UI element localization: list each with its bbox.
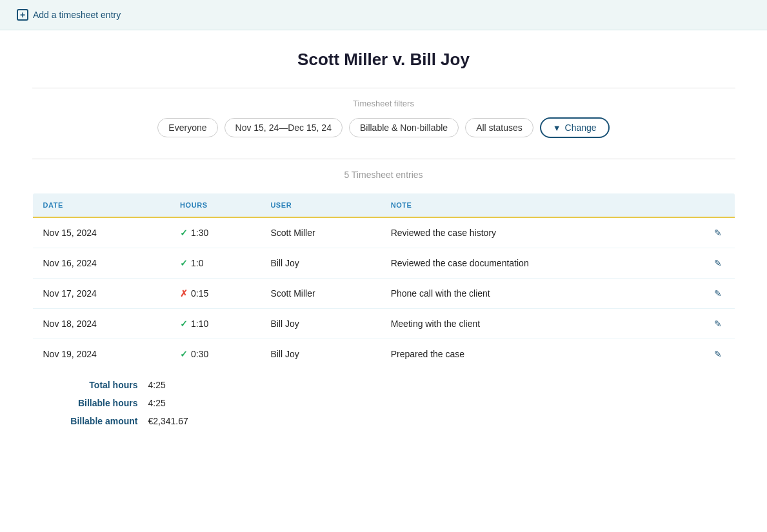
cell-hours: ✓1:10 — [170, 309, 260, 339]
hours-value: 1:30 — [191, 228, 208, 238]
billable-hours-row: Billable hours 4:25 — [32, 394, 735, 412]
billable-check-icon: ✓ — [180, 349, 188, 359]
cell-user: Bill Joy — [260, 339, 380, 369]
change-button-label: Change — [565, 123, 597, 133]
cell-user: Scott Miller — [260, 279, 380, 309]
col-user: USER — [260, 193, 380, 218]
filter-everyone[interactable]: Everyone — [157, 118, 217, 137]
table-row: Nov 15, 2024✓1:30Scott MillerReviewed th… — [32, 217, 735, 248]
billable-check-icon: ✓ — [180, 258, 188, 268]
entries-count-label: 5 Timesheet entries — [32, 170, 735, 180]
cell-date: Nov 18, 2024 — [32, 309, 170, 339]
cell-edit: ✎ — [672, 217, 735, 248]
plus-icon: + — [17, 9, 28, 21]
total-hours-row: Total hours 4:25 — [32, 376, 735, 394]
cell-edit: ✎ — [672, 279, 735, 309]
summary-section: Total hours 4:25 Billable hours 4:25 Bil… — [32, 369, 735, 430]
billable-hours-value: 4:25 — [148, 398, 166, 408]
billable-check-icon: ✓ — [180, 319, 188, 329]
cell-hours: ✗0:15 — [170, 279, 260, 309]
non-billable-cross-icon: ✗ — [180, 288, 188, 299]
cell-edit: ✎ — [672, 339, 735, 369]
table-row: Nov 19, 2024✓0:30Bill JoyPrepared the ca… — [32, 339, 735, 369]
col-date: DATE — [32, 193, 170, 218]
hours-value: 0:30 — [191, 349, 208, 359]
timesheet-table: DATE HOURS USER NOTE Nov 15, 2024✓1:30Sc… — [32, 193, 735, 369]
cell-note: Reviewed the case history — [381, 217, 673, 248]
cell-user: Bill Joy — [260, 309, 380, 339]
edit-entry-button[interactable]: ✎ — [712, 287, 724, 300]
cell-hours: ✓0:30 — [170, 339, 260, 369]
total-hours-label: Total hours — [32, 380, 148, 390]
cell-note: Prepared the case — [381, 339, 673, 369]
hours-value: 0:15 — [191, 288, 208, 299]
cell-date: Nov 19, 2024 — [32, 339, 170, 369]
billable-hours-label: Billable hours — [32, 398, 148, 408]
add-entry-button[interactable]: + Add a timesheet entry — [13, 6, 125, 23]
billable-amount-value: €2,341.67 — [148, 416, 188, 426]
table-row: Nov 17, 2024✗0:15Scott MillerPhone call … — [32, 279, 735, 309]
filters-section: Timesheet filters Everyone Nov 15, 24—De… — [32, 88, 735, 138]
table-header: DATE HOURS USER NOTE — [32, 193, 735, 218]
table-header-row: DATE HOURS USER NOTE — [32, 193, 735, 218]
top-bar: + Add a timesheet entry — [0, 0, 767, 30]
cell-note: Meeting with the client — [381, 309, 673, 339]
hours-value: 1:0 — [191, 258, 203, 268]
edit-entry-button[interactable]: ✎ — [712, 317, 724, 330]
edit-entry-button[interactable]: ✎ — [712, 348, 724, 360]
cell-hours: ✓1:30 — [170, 217, 260, 248]
table-row: Nov 16, 2024✓1:0Bill JoyReviewed the cas… — [32, 248, 735, 279]
billable-amount-label: Billable amount — [32, 416, 148, 426]
cell-note: Reviewed the case documentation — [381, 248, 673, 279]
cell-user: Bill Joy — [260, 248, 380, 279]
col-actions — [672, 193, 735, 218]
cell-hours: ✓1:0 — [170, 248, 260, 279]
filter-billable[interactable]: Billable & Non-billable — [349, 118, 459, 137]
billable-amount-row: Billable amount €2,341.67 — [32, 412, 735, 430]
table-row: Nov 18, 2024✓1:10Bill JoyMeeting with th… — [32, 309, 735, 339]
cell-date: Nov 15, 2024 — [32, 217, 170, 248]
edit-entry-button[interactable]: ✎ — [712, 226, 724, 239]
hours-value: 1:10 — [191, 319, 208, 329]
add-entry-label: Add a timesheet entry — [33, 10, 121, 20]
edit-entry-button[interactable]: ✎ — [712, 257, 724, 270]
filter-date-range[interactable]: Nov 15, 24—Dec 15, 24 — [224, 118, 343, 137]
cell-user: Scott Miller — [260, 217, 380, 248]
change-filters-button[interactable]: ▼ Change — [540, 117, 610, 138]
col-hours: HOURS — [170, 193, 260, 218]
cell-date: Nov 16, 2024 — [32, 248, 170, 279]
cell-date: Nov 17, 2024 — [32, 279, 170, 309]
case-title: Scott Miller v. Bill Joy — [32, 50, 735, 70]
entries-section: 5 Timesheet entries DATE HOURS USER NOTE… — [32, 159, 735, 430]
main-content: Scott Miller v. Bill Joy Timesheet filte… — [13, 30, 755, 456]
billable-check-icon: ✓ — [180, 228, 188, 238]
cell-edit: ✎ — [672, 309, 735, 339]
filters-row: Everyone Nov 15, 24—Dec 15, 24 Billable … — [32, 117, 735, 138]
filter-status[interactable]: All statuses — [465, 118, 533, 137]
col-note: NOTE — [381, 193, 673, 218]
filters-section-label: Timesheet filters — [32, 99, 735, 108]
filter-icon: ▼ — [553, 123, 561, 133]
cell-edit: ✎ — [672, 248, 735, 279]
total-hours-value: 4:25 — [148, 380, 166, 390]
table-body: Nov 15, 2024✓1:30Scott MillerReviewed th… — [32, 217, 735, 369]
cell-note: Phone call with the client — [381, 279, 673, 309]
